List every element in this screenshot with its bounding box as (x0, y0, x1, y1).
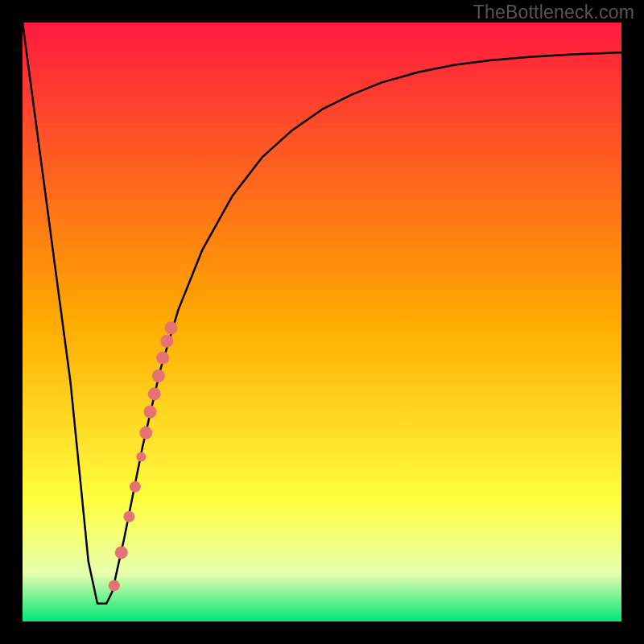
highlight-point (160, 335, 173, 348)
chart-container: TheBottleneck.com (0, 0, 644, 644)
plot-area (23, 23, 621, 621)
bottleneck-chart (0, 0, 644, 644)
highlight-point (144, 406, 157, 419)
highlight-point (115, 546, 128, 559)
highlight-point (165, 321, 178, 334)
highlight-point (152, 369, 165, 382)
watermark-text: TheBottleneck.com (473, 2, 634, 23)
highlight-point (136, 452, 146, 461)
highlight-point (130, 481, 141, 493)
highlight-point (139, 427, 152, 440)
highlight-point (109, 580, 120, 591)
highlight-point (156, 352, 169, 365)
highlight-point (148, 387, 161, 400)
highlight-point (123, 511, 134, 522)
